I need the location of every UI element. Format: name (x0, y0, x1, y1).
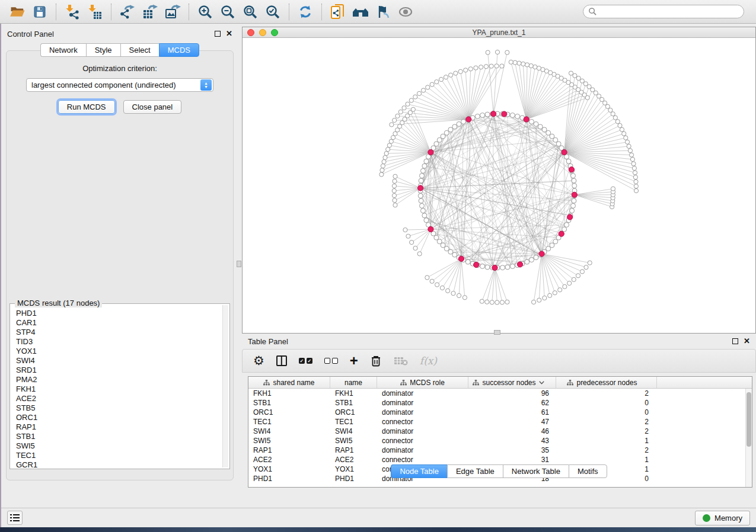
list-item[interactable]: TID3 (16, 337, 222, 347)
mcds-tab-content: Optimization criterion: largest connecte… (6, 50, 234, 480)
table-row[interactable]: SWI4SWI4dominator462 (248, 427, 752, 436)
close-panel-icon[interactable]: ✕ (744, 338, 750, 344)
import-network-icon[interactable] (61, 2, 84, 21)
tab-node-table[interactable]: Node Table (391, 464, 447, 478)
list-item[interactable]: CAR1 (16, 318, 222, 328)
table-row[interactable]: RAP1RAP1dominator352 (248, 446, 752, 455)
delete-column-icon[interactable] (370, 354, 382, 367)
tab-motifs[interactable]: Motifs (569, 464, 607, 478)
tree-icon (400, 380, 407, 386)
export-table-icon[interactable] (139, 2, 161, 21)
float-panel-icon[interactable] (732, 338, 738, 344)
table-cell: 1 (556, 437, 657, 445)
list-item[interactable]: PMA2 (16, 375, 222, 384)
show-all-icon[interactable] (349, 2, 372, 21)
table-tabs: Node Table Edge Table Network Table Moti… (242, 464, 756, 478)
hide-selected-icon[interactable] (372, 2, 394, 21)
list-item[interactable]: STP4 (16, 328, 222, 337)
zoom-fit-icon[interactable] (239, 2, 261, 21)
run-mcds-button[interactable]: Run MCDS (58, 100, 115, 114)
list-item[interactable]: ORC1 (16, 413, 222, 422)
column-header-predecessor-nodes[interactable]: predecessor nodes (556, 377, 657, 388)
tree-icon (567, 380, 573, 386)
table-cell: ORC1 (248, 408, 330, 416)
scrollbar-thumb[interactable] (747, 392, 751, 447)
table-settings-icon[interactable]: ⚙ (253, 355, 264, 367)
tab-network-table[interactable]: Network Table (503, 464, 569, 478)
table-cell: 1 (556, 456, 657, 464)
export-image-icon[interactable] (161, 2, 184, 21)
show-columns-icon[interactable] (276, 355, 287, 366)
table-cell: 96 (468, 389, 556, 398)
table-cell: connector (377, 456, 468, 464)
node-table-header: shared name name MCDS role successor nod… (248, 377, 752, 389)
list-item[interactable]: YOX1 (16, 347, 222, 356)
tab-mcds[interactable]: MCDS (159, 43, 199, 57)
refresh-layout-icon[interactable] (294, 2, 317, 21)
tree-icon (473, 380, 479, 386)
list-item[interactable]: STB1 (16, 432, 222, 441)
table-row[interactable]: ORC1ORC1dominator610 (248, 408, 752, 417)
list-item[interactable]: SWI5 (16, 441, 222, 451)
add-column-icon[interactable]: + (350, 355, 358, 367)
network-canvas[interactable] (243, 38, 755, 333)
control-panel-tabs: Network Style Select MCDS (1, 43, 238, 57)
memory-status-icon (703, 514, 710, 522)
list-item[interactable]: TEC1 (16, 451, 222, 460)
list-item[interactable]: FKH1 (16, 384, 222, 394)
table-row[interactable]: FKH1FKH1dominator962 (248, 389, 752, 398)
network-titlebar[interactable]: YPA_prune.txt_1 (243, 27, 755, 38)
save-session-icon[interactable] (28, 2, 51, 21)
list-item[interactable]: SRD1 (16, 366, 222, 375)
table-row[interactable]: ACE2ACE2connector311 (248, 455, 752, 464)
column-header-mcds-role[interactable]: MCDS role (377, 377, 468, 388)
horizontal-splitter-grip[interactable] (494, 330, 500, 335)
optimization-criterion-dropdown[interactable]: largest connected component (undirected)… (26, 78, 213, 92)
list-item[interactable]: RAP1 (16, 422, 222, 432)
table-cell: dominator (377, 399, 468, 407)
zoom-selected-icon[interactable] (261, 2, 284, 21)
table-row[interactable]: TEC1TEC1connector472 (248, 417, 752, 427)
main-toolbar (0, 0, 756, 24)
column-header-successor-nodes[interactable]: successor nodes (468, 377, 556, 388)
table-row[interactable]: SWI5SWI5connector431 (248, 436, 752, 446)
toolbar-separator (321, 4, 322, 20)
list-item[interactable]: SWI4 (16, 356, 222, 366)
float-panel-icon[interactable] (215, 31, 221, 37)
list-item[interactable]: STB5 (16, 403, 222, 413)
select-all-columns-icon[interactable]: ✓✓ (299, 358, 312, 364)
table-cell: STB1 (330, 399, 377, 407)
zoom-out-icon[interactable] (216, 2, 239, 21)
close-panel-button[interactable]: Close panel (123, 100, 182, 114)
table-cell: TEC1 (248, 418, 330, 426)
deselect-all-columns-icon[interactable] (324, 358, 338, 364)
zoom-in-icon[interactable] (194, 2, 216, 21)
task-history-icon[interactable] (7, 511, 23, 525)
column-header-name[interactable]: name (330, 377, 377, 388)
table-cell: 2 (556, 446, 657, 454)
table-row[interactable]: STB1STB1dominator620 (248, 398, 752, 408)
import-table-icon[interactable] (84, 2, 106, 21)
list-item[interactable]: GCR1 (16, 460, 222, 467)
memory-button[interactable]: Memory (695, 511, 750, 525)
search-input[interactable] (583, 5, 744, 18)
export-network-icon[interactable] (116, 2, 139, 21)
sort-chevron-icon (539, 381, 544, 384)
tab-network[interactable]: Network (40, 43, 86, 57)
tab-select[interactable]: Select (120, 43, 159, 57)
show-hidden-icon[interactable] (394, 2, 417, 21)
table-cell: RAP1 (248, 446, 330, 454)
function-builder-icon: f(x) (420, 355, 437, 367)
search-icon (588, 7, 597, 16)
tab-edge-table[interactable]: Edge Table (447, 464, 503, 478)
table-cell: dominator (377, 389, 468, 398)
vertical-splitter-grip[interactable] (237, 261, 241, 267)
tab-style[interactable]: Style (86, 43, 120, 57)
column-header-shared-name[interactable]: shared name (248, 377, 330, 388)
open-file-icon[interactable] (6, 2, 28, 21)
list-item[interactable]: PHD1 (16, 309, 222, 318)
mcds-list-scrollbar[interactable] (222, 305, 228, 467)
new-network-from-selection-icon[interactable] (327, 2, 349, 21)
close-panel-icon[interactable]: ✕ (226, 31, 232, 37)
list-item[interactable]: ACE2 (16, 394, 222, 403)
